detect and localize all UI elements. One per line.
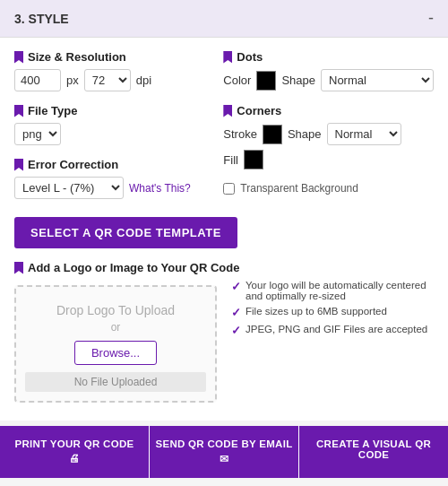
dots-color-label: Color <box>223 74 251 87</box>
file-type-group: File Type png jpg svg eps <box>14 104 214 145</box>
dpi-select[interactable]: 72 96 150 300 <box>84 69 131 91</box>
right-column: Dots Color Shape Normal Rounded Dots Cla… <box>223 50 434 212</box>
size-resolution-group: Size & Resolution px 72 96 150 300 dpi <box>14 50 214 91</box>
bookmark-icon-dots <box>223 51 232 64</box>
transparent-bg-checkbox[interactable] <box>223 183 235 195</box>
bookmark-icon-size <box>14 51 23 64</box>
style-content: Size & Resolution px 72 96 150 300 dpi <box>0 38 448 421</box>
send-email-button[interactable]: SEND QR CODE BY EMAIL ✉ <box>150 426 299 478</box>
select-template-button[interactable]: SELECT A QR CODE TEMPLATE <box>14 217 237 248</box>
check-icon-3: ✓ <box>231 324 241 337</box>
error-correction-select[interactable]: Level L - (7%) Level M - (15%) Level Q -… <box>14 177 124 199</box>
bookmark-icon-filetype <box>14 105 23 117</box>
dots-group: Dots Color Shape Normal Rounded Dots Cla… <box>223 50 434 91</box>
error-correction-row: Level L - (7%) Level M - (15%) Level Q -… <box>14 177 214 199</box>
left-column: Size & Resolution px 72 96 150 300 dpi <box>14 50 214 212</box>
corners-fill-label: Fill <box>223 153 238 167</box>
corners-fill-row: Fill <box>223 150 434 169</box>
info-item-2: ✓ File sizes up to 6MB supported <box>231 306 434 319</box>
corners-label: Corners <box>223 104 434 117</box>
info-list: ✓ Your logo will be automatically center… <box>231 280 434 337</box>
check-icon-1: ✓ <box>231 280 241 293</box>
dpi-label: dpi <box>136 74 151 87</box>
corners-stroke-swatch[interactable] <box>263 125 282 144</box>
bookmark-icon-corners <box>223 105 232 117</box>
corners-fill-swatch[interactable] <box>244 150 263 169</box>
upload-area: Drop Logo To Upload or Browse... No File… <box>14 280 217 403</box>
add-logo-label: Add a Logo or Image to Your QR Code <box>14 261 434 274</box>
logo-two-col: Drop Logo To Upload or Browse... No File… <box>14 280 434 403</box>
print-button[interactable]: PRINT YOUR QR CODE 🖨 <box>0 426 150 478</box>
error-correction-group: Error Correction Level L - (7%) Level M … <box>14 158 214 199</box>
add-logo-section: Add a Logo or Image to Your QR Code Drop… <box>14 261 434 403</box>
corners-stroke-row: Stroke Shape Normal Rounded Dots <box>223 123 434 145</box>
browse-button[interactable]: Browse... <box>74 341 157 365</box>
dots-shape-select[interactable]: Normal Rounded Dots Classy Classy Rounde… <box>321 69 434 91</box>
info-area: ✓ Your logo will be automatically center… <box>226 280 434 403</box>
size-resolution-label: Size & Resolution <box>14 50 214 64</box>
section-title: 3. STYLE <box>14 12 69 26</box>
drop-text: Drop Logo To Upload <box>25 303 206 317</box>
no-file-label: No File Uploaded <box>25 372 206 392</box>
corners-stroke-label: Stroke <box>223 127 257 141</box>
transparent-bg-row: Transparent Background <box>223 182 434 195</box>
px-label: px <box>66 74 79 87</box>
check-icon-2: ✓ <box>231 306 241 319</box>
whats-this-link[interactable]: What's This? <box>129 182 191 195</box>
create-visual-label: CREATE A VISUAL QR CODE <box>305 438 443 460</box>
upload-box[interactable]: Drop Logo To Upload or Browse... No File… <box>14 285 217 403</box>
dots-color-swatch[interactable] <box>256 71 276 91</box>
bookmark-icon-error <box>14 159 23 171</box>
section-toggle[interactable]: - <box>428 9 434 28</box>
info-item-1: ✓ Your logo will be automatically center… <box>231 280 434 301</box>
corners-group: Corners Stroke Shape Normal Rounded Dots… <box>223 104 434 169</box>
file-type-label: File Type <box>14 104 214 117</box>
bottom-bar: PRINT YOUR QR CODE 🖨 SEND QR CODE BY EMA… <box>0 426 448 478</box>
error-correction-label: Error Correction <box>14 158 214 171</box>
file-type-select[interactable]: png jpg svg eps <box>14 123 61 145</box>
main-two-col: Size & Resolution px 72 96 150 300 dpi <box>14 50 434 212</box>
dots-row: Color Shape Normal Rounded Dots Classy C… <box>223 69 434 91</box>
bookmark-icon-logo <box>14 262 23 274</box>
send-email-label: SEND QR CODE BY EMAIL <box>155 438 292 449</box>
email-icon: ✉ <box>220 453 228 465</box>
print-label: PRINT YOUR QR CODE <box>15 438 134 449</box>
or-text: or <box>25 321 206 334</box>
size-input[interactable] <box>14 69 61 91</box>
size-resolution-row: px 72 96 150 300 dpi <box>14 69 214 91</box>
section-header: 3. STYLE - <box>0 0 448 38</box>
transparent-bg-label: Transparent Background <box>240 182 358 195</box>
print-icon: 🖨 <box>69 453 80 464</box>
dots-label: Dots <box>223 50 434 64</box>
corners-shape-select[interactable]: Normal Rounded Dots <box>327 123 401 145</box>
corners-shape-label: Shape <box>288 127 322 141</box>
create-visual-button[interactable]: CREATE A VISUAL QR CODE <box>299 426 448 478</box>
info-item-3: ✓ JPEG, PNG and GIF Files are accepted <box>231 324 434 337</box>
dots-shape-label: Shape <box>281 74 315 87</box>
